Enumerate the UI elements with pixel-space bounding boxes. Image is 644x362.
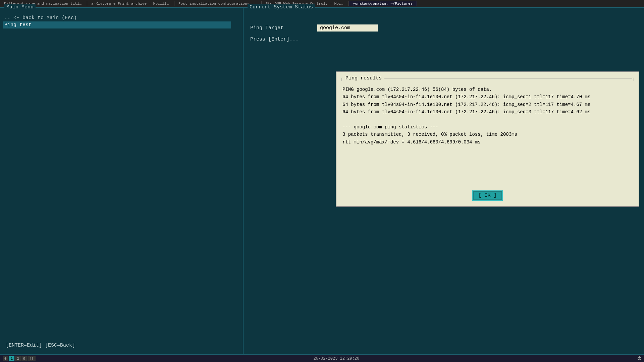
press-enter-text: Press [Enter]...: [250, 37, 637, 42]
status-bar-icon: ⏻: [637, 356, 641, 361]
status-num-0[interactable]: 0: [3, 356, 8, 361]
status-num-ff[interactable]: ff: [28, 356, 35, 361]
left-panel-content: .. <- back to Main (Esc) Ping test: [0, 8, 243, 354]
tab-5-active[interactable]: yonatan@yonatan: ~/Pictures: [349, 1, 417, 6]
tab-bar: Different page and navigation title. — M…: [0, 0, 644, 7]
status-num-2[interactable]: 2: [15, 356, 21, 361]
status-num-1[interactable]: 1: [9, 356, 15, 361]
dialog-title-bar: ┌ Ping results ┐: [340, 75, 635, 81]
ping-results-dialog: ┌ Ping results ┐ PING google.com (172.21…: [336, 71, 639, 207]
dialog-corner-right: ┐: [632, 75, 635, 81]
dialog-title-line: [384, 78, 632, 78]
right-panel: Current System Status Ping Target google…: [243, 7, 644, 355]
ping-target-row: Ping Target google.com: [250, 24, 637, 32]
status-bar-datetime: 26-02-2023 22:29:20: [313, 356, 359, 361]
ping-target-label: Ping Target: [250, 25, 317, 31]
menu-ping-test[interactable]: Ping test: [3, 21, 231, 28]
system-status-title: Current System Status: [248, 4, 315, 10]
dialog-content: PING google.com (172.217.22.46) 56(84) b…: [340, 84, 635, 184]
main-menu-title: Main Menu: [4, 4, 36, 10]
ok-button[interactable]: [ OK ]: [473, 191, 502, 200]
main-area: Main Menu .. <- back to Main (Esc) Ping …: [0, 7, 644, 355]
dialog-corner-left: ┌: [340, 75, 343, 81]
left-panel-footer: [ENTER=Edit] [ESC=Back]: [3, 340, 78, 351]
ping-target-value[interactable]: google.com: [317, 24, 378, 32]
status-num-9[interactable]: 9: [21, 356, 27, 361]
dialog-footer: [ OK ]: [340, 191, 635, 200]
left-panel: Main Menu .. <- back to Main (Esc) Ping …: [0, 7, 243, 355]
status-bar-left: 0 1 2 9 ff: [3, 356, 36, 361]
menu-back-item[interactable]: .. <- back to Main (Esc): [3, 14, 240, 21]
dialog-title-text: Ping results: [343, 75, 384, 81]
status-bar: 0 1 2 9 ff 26-02-2023 22:29:20 ⏻: [0, 355, 644, 362]
tab-2[interactable]: arXiv.org e-Print archive — Mozilla Fire…: [87, 1, 174, 6]
